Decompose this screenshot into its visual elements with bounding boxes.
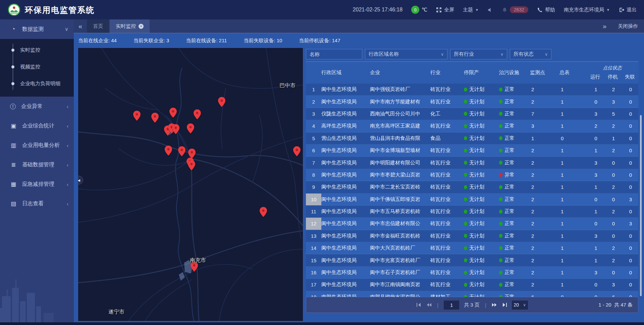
theme-menu[interactable]: 主题▼ bbox=[463, 7, 479, 13]
table-row[interactable]: 2阆中生态环境局阆中市南方节能建材有砖瓦行业无计划正常21030 bbox=[306, 96, 638, 108]
table-row[interactable]: 6阆中生态环境局阆中市金博瑞新型墙材砖瓦行业无计划正常21120 bbox=[306, 145, 638, 157]
table-row[interactable]: 5营山生态环境局营山县润丰肉食品有限食品无计划正常10010 bbox=[306, 132, 638, 145]
cell-industry: 砖瓦行业 bbox=[430, 194, 464, 205]
table-row[interactable]: 3仪陇生态环境局西南油气田分公司川中化工无计划正常71350 bbox=[306, 108, 638, 120]
fullscreen-button[interactable]: 全屏 bbox=[436, 7, 454, 13]
table-row[interactable]: 12阆中生态环境局阆中市忠信建材有限公砖瓦行业无计划正常21003 bbox=[306, 218, 638, 230]
cell-lost: 0 bbox=[622, 84, 638, 95]
table-row[interactable]: 17阆中生态环境局阆中市江南镇阆南页岩砖瓦行业无计划正常21030 bbox=[306, 279, 638, 291]
cell-total-meter: 1 bbox=[559, 254, 586, 266]
sidebar-item[interactable]: ▣企业综合统计‹ bbox=[0, 116, 74, 136]
map-pin[interactable] bbox=[187, 123, 194, 133]
cell-facility-status: 正常 bbox=[499, 279, 530, 290]
cell-monitor-points: 2 bbox=[530, 145, 559, 156]
cell-halt: 0 bbox=[604, 218, 622, 229]
prev-page-icon[interactable] bbox=[426, 303, 432, 307]
cell-total-meter: 1 bbox=[559, 194, 586, 205]
map-pin[interactable] bbox=[151, 113, 159, 123]
scrollbar-thumb[interactable] bbox=[640, 115, 642, 296]
map-pin[interactable] bbox=[293, 146, 301, 156]
cell-facility-status: 正常 bbox=[499, 218, 530, 229]
table-row[interactable]: 11阆中生态环境局阆中市五马桥页岩机砖砖瓦行业无计划正常21120 bbox=[306, 206, 638, 218]
table-row[interactable]: 9阆中生态环境局阆中市二龙长宝页岩砖砖瓦行业无计划正常21120 bbox=[306, 181, 638, 193]
table-row[interactable]: 7阆中生态环境局阆中明阳建材有限公司砖瓦行业无计划正常21300 bbox=[306, 157, 638, 169]
close-icon[interactable]: × bbox=[139, 24, 144, 29]
cell-total-meter: 1 bbox=[559, 242, 586, 254]
name-input[interactable] bbox=[310, 51, 359, 57]
tab-active[interactable]: 实时监控× bbox=[110, 19, 150, 33]
table-row[interactable]: 1阆中生态环境局阆中强锐页岩砖厂砖瓦行业无计划正常21120 bbox=[306, 84, 638, 96]
logout-icon bbox=[619, 7, 624, 13]
map-pin[interactable] bbox=[218, 97, 225, 107]
map-pin[interactable] bbox=[188, 160, 195, 170]
close-operations-button[interactable]: 关闭操作 bbox=[618, 23, 638, 30]
status-dot bbox=[499, 271, 502, 275]
logout-button[interactable]: 退出 bbox=[619, 7, 637, 13]
table-row[interactable]: 16阆中生态环境局阆中市石子页岩机砖厂砖瓦行业无计划正常21300 bbox=[306, 267, 638, 279]
cell-halt: 0 bbox=[604, 230, 622, 242]
cell-halt: 2 bbox=[604, 254, 622, 266]
map-panel[interactable]: 巴中市南充市遂宁市 ◀ bbox=[78, 48, 303, 321]
row-index: 14 bbox=[306, 242, 321, 254]
sidebar-subitem[interactable]: 企业电力负荷明细 bbox=[0, 75, 74, 92]
cell-total-meter: 1 bbox=[559, 206, 586, 217]
org-menu[interactable]: 南充市生态环境局▼ bbox=[564, 7, 610, 13]
page-number-input[interactable]: 1 bbox=[444, 301, 459, 310]
row-index: 3 bbox=[306, 108, 321, 120]
map-pin[interactable] bbox=[188, 149, 196, 159]
help-button[interactable]: 帮助 bbox=[537, 7, 555, 13]
cell-lost: 3 bbox=[622, 194, 638, 205]
log-icon: ▤ bbox=[10, 200, 17, 207]
table-row[interactable]: 18南部生态环境局南部县砌华水泥有限公建材加工无计划正常60060 bbox=[306, 291, 638, 297]
chevron-down-icon: ∨ bbox=[523, 303, 526, 307]
status-dot bbox=[499, 197, 502, 201]
cell-industry: 砖瓦行业 bbox=[430, 230, 464, 242]
cell-region: 仪陇生态环境局 bbox=[321, 108, 370, 120]
last-page-icon[interactable] bbox=[502, 303, 507, 307]
sidebar-item[interactable]: ▦应急减排管理‹ bbox=[0, 174, 74, 194]
map-pin[interactable] bbox=[178, 146, 185, 156]
map-pin[interactable] bbox=[169, 108, 177, 118]
region-select[interactable]: 行政区域名称∨ bbox=[365, 49, 447, 59]
industry-select[interactable]: 所有行业∨ bbox=[450, 49, 507, 59]
table-row[interactable]: 4高坪生态环境局南充市高坪区王家店建砖瓦行业无计划正常31220 bbox=[306, 120, 638, 132]
sidebar-item[interactable]: ≣基础数据管理‹ bbox=[0, 155, 74, 174]
bullet-icon bbox=[11, 65, 14, 68]
sidebar-item[interactable]: ▤日志查看‹ bbox=[0, 194, 74, 213]
row-index: 17 bbox=[306, 279, 321, 290]
cell-facility-status: 正常 bbox=[499, 132, 530, 144]
map-pin[interactable] bbox=[133, 111, 141, 121]
table-row[interactable]: 8阆中生态环境局阆中市枣碧大梁山页岩砖瓦行业无计划异常21300 bbox=[306, 169, 638, 181]
cell-facility-status: 正常 bbox=[499, 157, 530, 168]
table-row[interactable]: 14阆中生态环境局阆中大兴页岩机砖厂砖瓦行业无计划正常21120 bbox=[306, 242, 638, 254]
first-page-icon[interactable] bbox=[416, 303, 422, 307]
table-row[interactable]: 13阆中生态环境局阆中市金福旺页岩机砖砖瓦行业无计划正常21300 bbox=[306, 230, 638, 242]
page-size-select[interactable]: 20∨ bbox=[512, 301, 528, 310]
table-row[interactable]: 10阆中生态环境局阆中千佛镇五郎垭页岩砖瓦行业无计划正常21003 bbox=[306, 194, 638, 206]
sidebar-item[interactable]: ▥企业用电量分析‹ bbox=[0, 136, 74, 155]
map-pin[interactable] bbox=[194, 109, 201, 119]
tabs-scroll-right-icon[interactable]: » bbox=[603, 23, 606, 30]
sidebar-subitem[interactable]: 实时监控 bbox=[0, 42, 74, 58]
status-select[interactable]: 所有状态∨ bbox=[510, 49, 551, 59]
notifications[interactable]: 2632 bbox=[502, 6, 528, 13]
sidebar-item[interactable]: ◔数据监测∨ bbox=[0, 19, 74, 39]
mute-button[interactable] bbox=[487, 7, 493, 13]
map-pin[interactable] bbox=[260, 207, 267, 217]
cell-industry: 砖瓦行业 bbox=[430, 145, 464, 156]
cell-lost: 0 bbox=[622, 145, 638, 156]
cell-industry: 砖瓦行业 bbox=[430, 84, 464, 95]
name-filter[interactable] bbox=[306, 49, 362, 59]
table-row[interactable]: 15阆中生态环境局阆中市光富页岩机砖厂砖瓦行业无计划正常21120 bbox=[306, 254, 638, 266]
next-page-icon[interactable] bbox=[492, 303, 497, 307]
cell-lost: 0 bbox=[622, 242, 638, 254]
tab-inactive[interactable]: 首页 bbox=[87, 19, 109, 33]
map-pin[interactable] bbox=[165, 146, 172, 156]
tabs-scroll-left-icon[interactable]: « bbox=[78, 23, 82, 30]
map-pin[interactable] bbox=[172, 124, 179, 134]
cell-halt: 3 bbox=[604, 279, 622, 290]
sidebar-item[interactable]: !企业异常‹ bbox=[0, 97, 74, 116]
sidebar-subitem[interactable]: 视频监控 bbox=[0, 58, 74, 75]
cell-region: 阆中生态环境局 bbox=[321, 218, 370, 229]
cell-company: 阆中市光富页岩机砖厂 bbox=[370, 254, 430, 266]
